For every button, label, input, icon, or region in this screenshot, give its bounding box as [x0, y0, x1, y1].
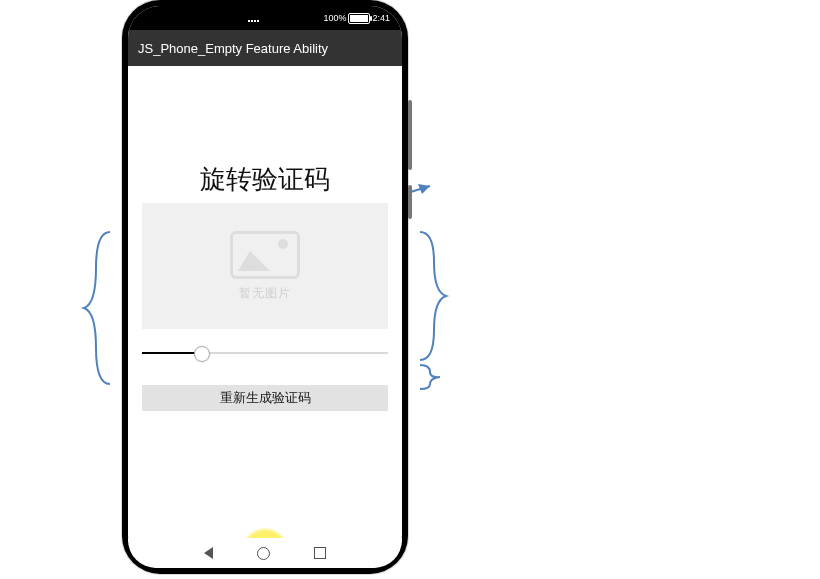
app-title-bar: JS_Phone_Empty Feature Ability	[128, 30, 402, 66]
page-heading: 旋转验证码	[142, 162, 388, 197]
slider-thumb[interactable]	[194, 346, 210, 362]
nav-home-icon[interactable]	[257, 547, 270, 560]
system-nav-bar	[128, 538, 402, 568]
regenerate-button-label: 重新生成验证码	[220, 389, 311, 407]
status-time: 2:41	[372, 13, 390, 23]
captcha-image-box[interactable]: 暂无图片	[142, 203, 388, 329]
annotation-right-brace-bottom	[416, 362, 446, 392]
regenerate-button[interactable]: 重新生成验证码	[142, 385, 388, 411]
power-button	[408, 185, 412, 219]
app-title: JS_Phone_Empty Feature Ability	[138, 41, 328, 56]
phone-screen: 100% 2:41 JS_Phone_Empty Feature Ability…	[128, 6, 402, 568]
content-area: 旋转验证码 暂无图片 重新生成验证码 ↖	[128, 162, 402, 568]
slider-track-fill	[142, 352, 200, 354]
image-placeholder-icon	[230, 231, 300, 279]
battery-icon	[348, 13, 370, 24]
annotation-left-brace	[80, 228, 118, 388]
annotation-right-brace-top	[416, 228, 450, 364]
phone-notch	[210, 0, 320, 20]
battery-indicator: 100% 2:41	[323, 13, 390, 24]
screenshot-stage: 100% 2:41 JS_Phone_Empty Feature Ability…	[0, 0, 820, 579]
nav-back-icon[interactable]	[204, 547, 213, 559]
rotation-slider[interactable]	[142, 343, 388, 363]
nav-recent-icon[interactable]	[314, 547, 326, 559]
phone-frame: 100% 2:41 JS_Phone_Empty Feature Ability…	[122, 0, 408, 574]
image-placeholder-label: 暂无图片	[239, 285, 291, 302]
battery-percent: 100%	[323, 13, 346, 23]
volume-button	[408, 100, 412, 170]
